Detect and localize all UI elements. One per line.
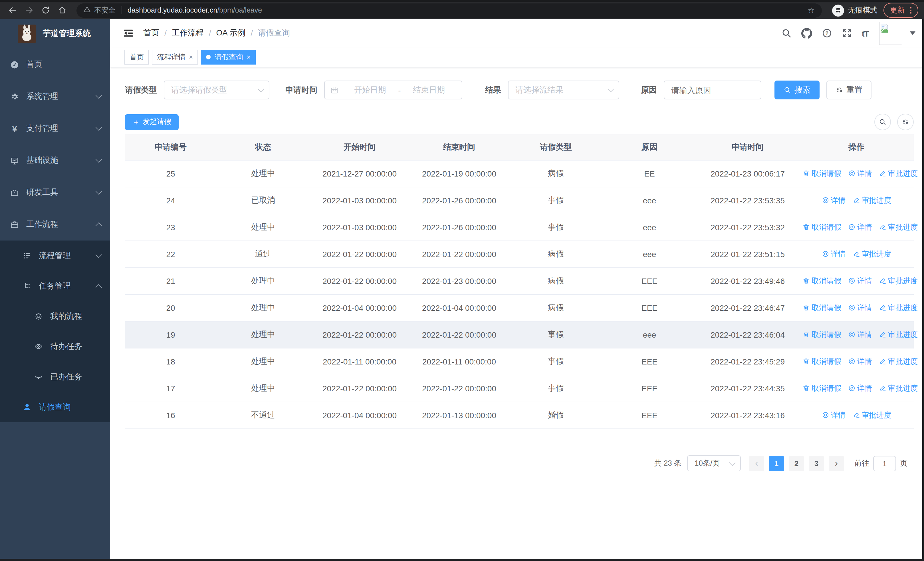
reset-button[interactable]: 重置 bbox=[826, 81, 872, 99]
detail-link[interactable]: 详情 bbox=[848, 384, 872, 394]
sidebar-item-home[interactable]: 首页 bbox=[0, 48, 110, 81]
address-bar[interactable]: 不安全 dashboard.yudao.iocoder.cn/bpm/oa/le… bbox=[76, 3, 822, 17]
close-icon[interactable]: × bbox=[246, 54, 250, 60]
tab-label: 请假查询 bbox=[214, 52, 243, 62]
sidebar-item-leave-query[interactable]: 请假查询 bbox=[0, 392, 110, 422]
detail-link-label: 详情 bbox=[857, 168, 872, 179]
detail-link[interactable]: 详情 bbox=[848, 222, 872, 233]
page-button-3[interactable]: 3 bbox=[809, 456, 824, 471]
cell-end: 2022-01-26 00:00:00 bbox=[409, 214, 509, 241]
breadcrumb-separator: / bbox=[250, 29, 253, 38]
cell-status: 不通过 bbox=[216, 402, 310, 429]
detail-link[interactable]: 详情 bbox=[848, 168, 872, 179]
app-logo[interactable]: 芋道管理系统 bbox=[0, 19, 110, 48]
help-icon[interactable]: ? bbox=[822, 28, 832, 38]
detail-link[interactable]: 详情 bbox=[848, 329, 872, 340]
detail-link[interactable]: 详情 bbox=[822, 196, 846, 206]
view-icon bbox=[848, 331, 855, 338]
apply-time-range-picker[interactable]: 开始日期 - 结束日期 bbox=[324, 81, 462, 99]
table-refresh-button[interactable] bbox=[897, 114, 914, 130]
cancel-leave-link[interactable]: 取消请假 bbox=[802, 276, 841, 286]
sidebar-item-todo-tasks[interactable]: 待办任务 bbox=[0, 331, 110, 362]
col-reason: 原因 bbox=[603, 134, 696, 160]
sidebar-item-done-tasks[interactable]: 已办任务 bbox=[0, 362, 110, 392]
font-size-icon[interactable]: tT bbox=[862, 28, 868, 38]
forward-icon[interactable] bbox=[22, 3, 36, 17]
progress-link[interactable]: 审批进度 bbox=[852, 410, 891, 420]
progress-link[interactable]: 审批进度 bbox=[879, 303, 918, 313]
cell-status: 处理中 bbox=[216, 268, 310, 295]
bookmark-star-icon[interactable]: ☆ bbox=[808, 6, 815, 15]
prev-page-button[interactable]: ‹ bbox=[749, 456, 764, 471]
detail-link[interactable]: 详情 bbox=[848, 303, 872, 313]
breadcrumb-oa-example[interactable]: OA 示例 bbox=[216, 28, 246, 38]
sidebar-item-task-mgmt[interactable]: 任务管理 bbox=[0, 271, 110, 301]
detail-link[interactable]: 详情 bbox=[822, 249, 846, 259]
window-edge-bottom bbox=[0, 559, 924, 561]
cancel-leave-link[interactable]: 取消请假 bbox=[802, 356, 841, 367]
next-page-button[interactable]: › bbox=[829, 456, 844, 471]
sidebar-item-label: 首页 bbox=[26, 59, 101, 70]
leave-type-select[interactable]: 请选择请假类型 bbox=[164, 81, 269, 99]
cancel-leave-link[interactable]: 取消请假 bbox=[802, 384, 841, 394]
sidebar-item-system[interactable]: 系统管理 bbox=[0, 81, 110, 113]
edit-pen-icon bbox=[879, 170, 886, 177]
sidebar-collapse-icon[interactable] bbox=[123, 27, 134, 39]
detail-link[interactable]: 详情 bbox=[822, 410, 846, 420]
refresh-icon bbox=[836, 86, 843, 94]
progress-link[interactable]: 审批进度 bbox=[879, 329, 918, 340]
leave-type-placeholder: 请选择请假类型 bbox=[171, 85, 258, 95]
github-icon[interactable] bbox=[801, 28, 812, 39]
cancel-leave-link[interactable]: 取消请假 bbox=[802, 303, 841, 313]
detail-link-label: 详情 bbox=[831, 249, 846, 259]
page-button-2[interactable]: 2 bbox=[789, 456, 804, 471]
progress-link[interactable]: 审批进度 bbox=[879, 356, 918, 367]
result-select[interactable]: 请选择流结果 bbox=[508, 81, 619, 99]
sidebar-item-infra[interactable]: 基础设施 bbox=[0, 144, 110, 176]
reason-input[interactable] bbox=[664, 81, 761, 99]
progress-link[interactable]: 审批进度 bbox=[879, 384, 918, 394]
breadcrumb-home[interactable]: 首页 bbox=[143, 28, 159, 38]
fullscreen-icon[interactable] bbox=[842, 28, 852, 38]
trash-icon bbox=[802, 331, 810, 338]
search-icon[interactable] bbox=[782, 28, 792, 38]
security-label[interactable]: 不安全 bbox=[94, 5, 116, 15]
cancel-leave-link[interactable]: 取消请假 bbox=[802, 329, 841, 340]
browser-update-button[interactable]: 更新 bbox=[883, 3, 918, 18]
cancel-leave-link[interactable]: 取消请假 bbox=[802, 168, 841, 179]
detail-link[interactable]: 详情 bbox=[848, 356, 872, 367]
breadcrumb-workflow[interactable]: 工作流程 bbox=[172, 28, 204, 38]
sidebar-item-process-mgmt[interactable]: 流程管理 bbox=[0, 241, 110, 271]
cell-type: 事假 bbox=[509, 375, 603, 402]
search-button[interactable]: 搜索 bbox=[774, 81, 819, 99]
tab-process-detail[interactable]: 流程详情 × bbox=[152, 50, 198, 65]
page-button-1[interactable]: 1 bbox=[769, 456, 784, 471]
page-size-select[interactable]: 10条/页 bbox=[687, 455, 741, 471]
sidebar-item-workflow[interactable]: 工作流程 bbox=[0, 209, 110, 241]
create-leave-button[interactable]: ＋ 发起请假 bbox=[125, 114, 178, 130]
goto-page-input[interactable] bbox=[873, 456, 896, 471]
tab-leave-query[interactable]: 请假查询 × bbox=[201, 50, 256, 65]
progress-link[interactable]: 审批进度 bbox=[879, 276, 918, 286]
table-search-button[interactable] bbox=[874, 114, 891, 130]
progress-link[interactable]: 审批进度 bbox=[879, 222, 918, 233]
browser-menu-icon[interactable] bbox=[910, 7, 912, 14]
progress-link[interactable]: 审批进度 bbox=[852, 196, 891, 206]
reload-icon[interactable] bbox=[39, 3, 52, 17]
update-label[interactable]: 更新 bbox=[890, 5, 905, 15]
sidebar-item-my-process[interactable]: 我的流程 bbox=[0, 301, 110, 331]
chevron-down-icon bbox=[96, 156, 102, 163]
progress-link[interactable]: 审批进度 bbox=[852, 249, 891, 259]
close-icon[interactable]: × bbox=[189, 54, 193, 60]
sidebar-item-devtools[interactable]: 研发工具 bbox=[0, 176, 110, 209]
progress-link[interactable]: 审批进度 bbox=[879, 168, 918, 179]
user-menu-caret-icon[interactable] bbox=[910, 32, 915, 35]
cancel-leave-link[interactable]: 取消请假 bbox=[802, 222, 841, 233]
tab-home[interactable]: 首页 bbox=[124, 50, 149, 65]
avatar[interactable] bbox=[879, 21, 902, 45]
back-icon[interactable] bbox=[6, 3, 20, 17]
detail-link[interactable]: 详情 bbox=[848, 276, 872, 286]
home-icon[interactable] bbox=[56, 3, 69, 17]
chevron-up-icon bbox=[96, 223, 102, 229]
sidebar-item-payment[interactable]: ¥ 支付管理 bbox=[0, 113, 110, 144]
